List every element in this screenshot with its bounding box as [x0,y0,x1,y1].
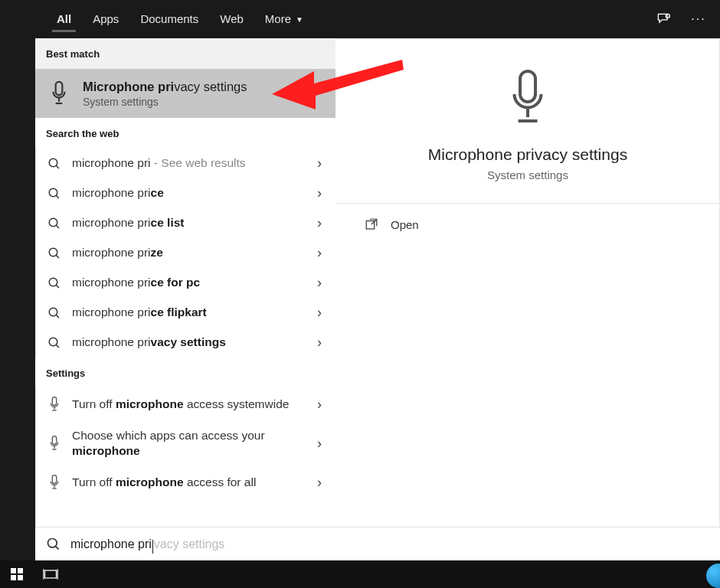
svg-rect-20 [45,570,57,578]
chevron-right-icon[interactable]: › [313,185,326,201]
taskbar [0,560,720,588]
result-label: microphone pri - See web results [72,155,303,171]
more-options-icon[interactable]: ··· [688,8,709,30]
start-button[interactable] [0,560,34,588]
microphone-icon [46,474,63,491]
microphone-icon [46,78,72,109]
svg-point-0 [666,14,669,18]
svg-rect-17 [18,568,23,573]
web-result-row[interactable]: microphone price› [35,178,335,208]
results-list: Best match Microphone privacy settings S… [35,38,335,560]
result-label: microphone price [72,185,303,201]
svg-point-8 [49,338,57,346]
web-result-row[interactable]: microphone price list› [35,208,335,238]
svg-point-2 [49,158,57,167]
svg-rect-10 [52,436,56,445]
svg-rect-11 [52,475,56,484]
best-match-title: Microphone privacy settings [83,80,247,94]
result-label: Turn off microphone access for all [72,475,303,490]
svg-rect-12 [520,71,535,102]
left-gutter [0,38,35,560]
chevron-right-icon[interactable]: › [313,436,326,452]
svg-point-4 [49,218,57,227]
search-icon [46,537,63,552]
chevron-right-icon[interactable]: › [313,397,326,413]
tab-documents[interactable]: Documents [129,0,209,38]
settings-result-row[interactable]: Turn off microphone access for all› [35,466,335,498]
chevron-right-icon[interactable]: › [313,305,326,321]
search-results-panel: Best match Microphone privacy settings S… [35,38,720,560]
search-tab-bar: All Apps Documents Web More▼ ··· [0,0,720,38]
tab-web[interactable]: Web [209,0,254,38]
tab-apps[interactable]: Apps [82,0,129,38]
svg-rect-16 [11,568,16,573]
web-result-row[interactable]: microphone privacy settings› [35,328,335,358]
web-result-row[interactable]: microphone price flipkart› [35,298,335,328]
section-settings: Settings [35,358,335,388]
result-label: microphone privacy settings [72,335,303,350]
detail-subtitle: System settings [487,168,568,181]
svg-rect-18 [11,575,16,580]
search-icon [46,306,63,320]
result-label: microphone price for pc [72,275,303,290]
open-action[interactable]: Open [335,204,720,245]
svg-point-3 [49,188,57,197]
settings-result-row[interactable]: Choose which apps can access your microp… [35,420,335,466]
web-result-row[interactable]: microphone price for pc› [35,268,335,298]
svg-point-15 [48,538,57,547]
chevron-right-icon[interactable]: › [313,275,326,291]
web-result-row[interactable]: microphone prize› [35,238,335,268]
chevron-right-icon[interactable]: › [313,335,326,351]
open-label: Open [391,218,419,231]
chevron-right-icon[interactable]: › [313,475,326,491]
search-icon [46,336,63,350]
best-match-result[interactable]: Microphone privacy settings System setti… [35,69,335,118]
result-label: Turn off microphone access systemwide [72,397,303,412]
open-icon [365,217,380,231]
search-icon [46,217,63,230]
chevron-down-icon: ▼ [296,1,303,39]
result-label: Choose which apps can access your microp… [72,428,303,459]
microphone-icon [46,396,63,413]
task-view-button[interactable] [34,560,67,588]
chevron-right-icon[interactable]: › [313,155,326,172]
svg-point-6 [49,278,57,286]
chevron-right-icon[interactable]: › [313,215,326,231]
result-label: microphone price flipkart [72,305,303,320]
settings-result-row[interactable]: Turn off microphone access systemwide› [35,388,335,420]
svg-rect-19 [18,575,23,580]
search-icon [46,187,63,201]
search-icon [46,157,63,171]
section-search-web: Search the web [35,118,335,149]
result-label: microphone prize [72,245,303,260]
section-best-match: Best match [35,38,335,69]
svg-point-5 [49,248,57,256]
best-match-subtitle: System settings [83,96,247,108]
search-tabs: All Apps Documents Web More▼ [46,0,314,38]
detail-pane: Microphone privacy settings System setti… [335,38,720,560]
microphone-icon [46,435,63,452]
search-icon [46,276,63,290]
result-label: microphone price list [72,215,303,230]
detail-title: Microphone privacy settings [428,145,627,164]
search-icon [46,247,63,260]
tray-app-icon[interactable] [706,564,720,588]
svg-rect-1 [56,82,63,95]
web-result-row[interactable]: microphone pri - See web results› [35,149,335,178]
search-input-bar[interactable]: microphone privacy settings [35,527,720,560]
tab-more[interactable]: More▼ [254,0,314,38]
feedback-icon[interactable] [653,8,674,30]
svg-rect-9 [52,397,56,406]
microphone-icon [505,67,551,132]
tab-all[interactable]: All [46,0,82,38]
search-text: microphone privacy settings [70,537,224,551]
chevron-right-icon[interactable]: › [313,245,326,261]
svg-point-7 [49,308,57,316]
